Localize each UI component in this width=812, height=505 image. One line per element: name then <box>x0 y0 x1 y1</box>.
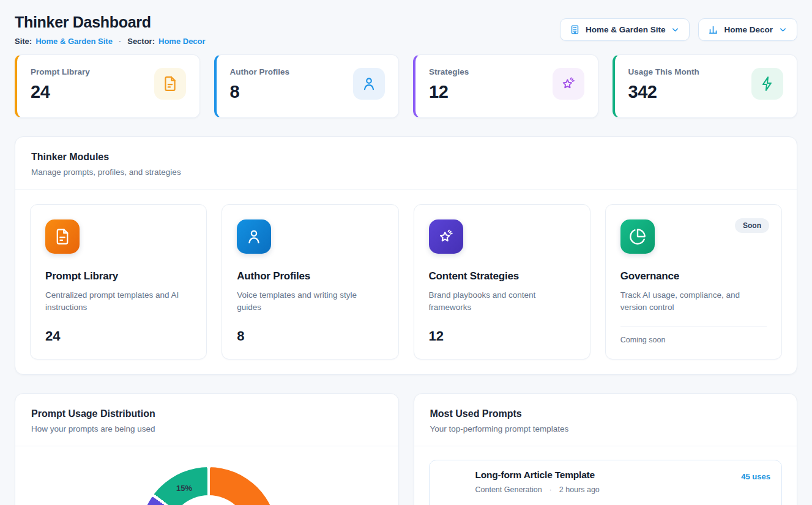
topbar-selectors: Home & Garden Site Home Decor <box>560 18 797 41</box>
stat-text: Usage This Month 342 <box>628 67 699 102</box>
modules-header: Thinker Modules Manage prompts, profiles… <box>15 137 797 190</box>
document-icon <box>45 219 80 254</box>
user-icon <box>237 219 271 254</box>
chevron-down-icon <box>671 25 680 34</box>
star-sparkle-icon <box>553 68 584 100</box>
stat-label: Strategies <box>429 67 469 76</box>
stat-label: Prompt Library <box>31 67 90 76</box>
usage-card-header: Prompt Usage Distribution How your promp… <box>15 394 398 446</box>
sector-selector-dropdown[interactable]: Home Decor <box>698 18 797 41</box>
site-selector-value: Home & Garden Site <box>586 25 666 34</box>
module-title: Prompt Library <box>45 270 192 282</box>
module-count: 24 <box>45 328 192 344</box>
most-used-prompts-card: Most Used Prompts Your top-performing pr… <box>414 393 798 505</box>
sector-selector-value: Home Decor <box>724 25 773 34</box>
module-title: Governance <box>620 270 767 282</box>
donut-chart: 45%25%15%15% <box>140 467 277 505</box>
lightning-icon <box>751 68 783 100</box>
stats-row: Prompt Library 24 Author Profiles 8 Stra… <box>15 54 797 118</box>
usage-card-subtitle: How your prompts are being used <box>31 424 382 433</box>
modules-subtitle: Manage prompts, profiles, and strategies <box>31 168 781 177</box>
stat-label: Author Profiles <box>230 67 290 76</box>
stat-value: 8 <box>230 82 290 102</box>
bottom-row: Prompt Usage Distribution How your promp… <box>15 393 797 505</box>
module-description: Track AI usage, compliance, and version … <box>620 289 767 314</box>
page-title: Thinker Dashboard <box>15 13 206 31</box>
bar-chart-icon <box>708 24 718 35</box>
document-icon <box>441 471 466 496</box>
coming-soon-text: Coming soon <box>620 326 767 344</box>
stat-text: Strategies 12 <box>429 67 469 102</box>
prompt-item-text: Long-form Article Template Content Gener… <box>475 470 600 494</box>
module-card-content-strategies[interactable]: Content Strategies Brand playbooks and c… <box>414 204 590 359</box>
stat-card-author-profiles: Author Profiles 8 <box>214 54 400 118</box>
module-description: Voice templates and writing style guides <box>237 289 383 314</box>
stat-card-prompt-library: Prompt Library 24 <box>15 54 200 118</box>
chevron-down-icon <box>778 25 788 34</box>
stat-card-strategies: Strategies 12 <box>413 54 598 118</box>
stat-text: Prompt Library 24 <box>31 67 90 102</box>
module-description: Centralized prompt templates and AI inst… <box>45 289 192 314</box>
stat-value: 24 <box>31 82 90 102</box>
prompts-card-title: Most Used Prompts <box>430 408 781 419</box>
breadcrumb: Site: Home & Garden Site · Sector: Home … <box>15 37 206 46</box>
stat-label: Usage This Month <box>628 67 699 76</box>
site-label: Site: <box>15 37 32 46</box>
sector-label: Sector: <box>127 37 155 46</box>
prompt-list-item[interactable]: Long-form Article Template Content Gener… <box>429 460 783 505</box>
stat-text: Author Profiles 8 <box>230 67 290 102</box>
pie-chart-icon <box>620 219 655 254</box>
module-count: 8 <box>237 328 383 344</box>
user-icon <box>353 68 385 100</box>
module-card-governance[interactable]: Soon Governance Track AI usage, complian… <box>605 204 782 359</box>
module-card-prompt-library[interactable]: Prompt Library Centralized prompt templa… <box>30 204 207 359</box>
prompt-item-time: 2 hours ago <box>559 485 600 494</box>
donut-slice-label: 15% <box>176 483 192 492</box>
meta-separator: · <box>549 485 552 494</box>
stat-card-usage: Usage This Month 342 <box>613 54 798 118</box>
star-sparkle-icon <box>429 219 463 254</box>
soon-badge: Soon <box>735 218 769 233</box>
topbar: Thinker Dashboard Site: Home & Garden Si… <box>15 13 797 46</box>
site-link[interactable]: Home & Garden Site <box>35 37 113 46</box>
usage-distribution-card: Prompt Usage Distribution How your promp… <box>15 393 399 505</box>
prompts-card-subtitle: Your top-performing prompt templates <box>430 424 781 433</box>
prompts-card-header: Most Used Prompts Your top-performing pr… <box>414 394 797 446</box>
prompt-item-title: Long-form Article Template <box>475 470 600 481</box>
sector-link[interactable]: Home Decor <box>158 37 206 46</box>
topbar-left: Thinker Dashboard Site: Home & Garden Si… <box>15 13 206 46</box>
document-icon <box>154 68 186 100</box>
stat-value: 342 <box>628 82 699 102</box>
breadcrumb-separator: · <box>119 37 121 46</box>
prompt-uses-count: 45 uses <box>741 472 770 481</box>
stat-value: 12 <box>429 82 469 102</box>
thinker-dashboard-page: Thinker Dashboard Site: Home & Garden Si… <box>0 0 812 505</box>
donut-chart-area: 45%25%15%15% <box>15 446 398 505</box>
building-icon <box>570 24 580 35</box>
thinker-modules-section: Thinker Modules Manage prompts, profiles… <box>15 136 797 375</box>
prompt-item-meta: Content Generation · 2 hours ago <box>475 485 600 494</box>
modules-grid: Prompt Library Centralized prompt templa… <box>15 190 797 374</box>
usage-card-title: Prompt Usage Distribution <box>31 408 382 419</box>
module-title: Content Strategies <box>429 270 575 282</box>
prompt-item-category: Content Generation <box>475 485 542 494</box>
site-selector-dropdown[interactable]: Home & Garden Site <box>560 18 690 41</box>
module-title: Author Profiles <box>237 270 383 282</box>
module-card-author-profiles[interactable]: Author Profiles Voice templates and writ… <box>222 204 398 359</box>
modules-title: Thinker Modules <box>31 152 781 163</box>
module-count: 12 <box>429 328 575 344</box>
module-description: Brand playbooks and content frameworks <box>429 289 575 314</box>
